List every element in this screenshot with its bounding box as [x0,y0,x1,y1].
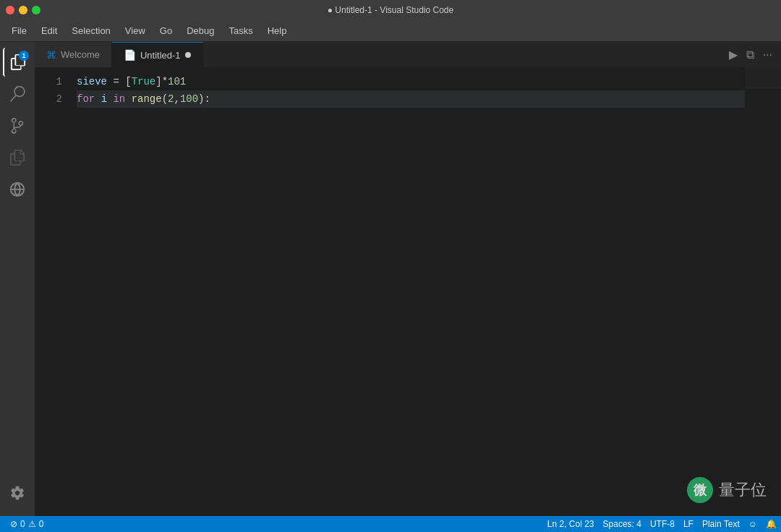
status-language[interactable]: Plain Text [698,516,744,532]
notification-icon: 🔔 [766,519,777,529]
minimap-slider[interactable] [745,67,781,89]
menu-edit[interactable]: Edit [35,22,63,39]
status-cursor-position[interactable]: Ln 2, Col 23 [543,516,599,532]
menu-file[interactable]: File [6,22,33,39]
minimize-button[interactable] [19,6,27,14]
menu-selection[interactable]: Selection [66,22,116,39]
more-actions-button[interactable]: ··· [760,46,775,64]
status-bar: ⊘ 0 ⚠ 0 Ln 2, Col 23 Spaces: 4 UTF-8 LF … [0,516,781,532]
code-line-2: for i in range(2,100): [77,90,745,108]
language-label: Plain Text [702,519,740,529]
status-errors[interactable]: ⊘ 0 ⚠ 0 [6,516,48,532]
window-controls [6,6,40,14]
minimap [745,67,781,516]
vscode-icon: ⌘ [46,49,56,61]
error-count: 0 [20,519,25,529]
status-indentation[interactable]: Spaces: 4 [599,516,646,532]
main-layout: 1 [0,42,781,516]
explorer-badge: 1 [19,51,29,61]
line-number-1: 1 [35,73,62,90]
error-icon: ⊘ [10,519,17,529]
split-editor-button[interactable]: ⧉ [743,46,757,64]
warning-count: 0 [39,519,44,529]
menu-view[interactable]: View [119,22,151,39]
editor-area: ⌘ Welcome 📄 Untitled-1 ▶ ⧉ ··· 1 2 sieve… [35,42,781,516]
menu-bar: File Edit Selection View Go Debug Tasks … [0,20,781,42]
code-area[interactable]: sieve = [True]*101 for i in range(2,100)… [71,67,745,516]
activity-settings[interactable] [3,479,32,507]
tab-untitled-label: Untitled-1 [140,50,181,61]
editor-content[interactable]: 1 2 sieve = [True]*101 for i in range(2,… [35,67,781,516]
line-numbers: 1 2 [35,67,71,516]
line-ending-label: LF [683,519,693,529]
menu-go[interactable]: Go [154,22,178,39]
activity-source-control[interactable] [3,111,32,140]
activity-bar: 1 [0,42,35,516]
tab-untitled-1[interactable]: 📄 Untitled-1 [112,42,203,67]
tab-welcome-label: Welcome [61,49,100,60]
status-left: ⊘ 0 ⚠ 0 [0,516,54,532]
watermark-brand: 量子位 [719,479,767,501]
window-title: ● Untitled-1 - Visual Studio Code [328,5,453,15]
menu-help[interactable]: Help [262,22,293,39]
activity-bar-bottom [3,479,32,510]
menu-tasks[interactable]: Tasks [223,22,258,39]
tab-welcome[interactable]: ⌘ Welcome [35,42,112,67]
status-encoding[interactable]: UTF-8 [646,516,679,532]
feedback-icon: ☺ [748,519,757,529]
activity-explorer[interactable]: 1 [3,48,32,77]
svg-text:微: 微 [693,483,707,497]
tabs-actions: ▶ ⧉ ··· [726,42,781,67]
warning-icon: ⚠ [28,519,36,529]
close-button[interactable] [6,6,14,14]
encoding-label: UTF-8 [650,519,675,529]
indentation-label: Spaces: 4 [603,519,641,529]
status-right: Ln 2, Col 23 Spaces: 4 UTF-8 LF Plain Te… [543,516,781,532]
file-icon: 📄 [124,49,136,61]
title-bar: ● Untitled-1 - Visual Studio Code [0,0,781,20]
line-number-2: 2 [35,90,62,108]
activity-extensions[interactable] [3,143,32,172]
code-line-1: sieve = [True]*101 [77,73,745,90]
activity-search[interactable] [3,80,32,108]
tab-modified-dot [185,52,191,58]
run-button[interactable]: ▶ [726,46,741,64]
status-line-ending[interactable]: LF [679,516,698,532]
status-notifications[interactable]: 🔔 [761,516,781,532]
wechat-logo: 微 [687,477,713,503]
activity-remote[interactable] [3,175,32,204]
cursor-position-label: Ln 2, Col 23 [547,519,594,529]
tabs-bar: ⌘ Welcome 📄 Untitled-1 ▶ ⧉ ··· [35,42,781,67]
menu-debug[interactable]: Debug [181,22,220,39]
status-feedback[interactable]: ☺ [744,516,761,532]
maximize-button[interactable] [32,6,40,14]
watermark: 微 量子位 [687,477,767,503]
